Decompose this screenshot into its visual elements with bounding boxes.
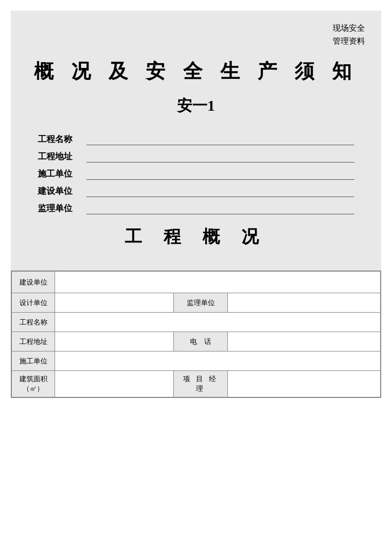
overview-table: 建设单位 设计单位 监理单位 工程名称 工程地址 [11, 271, 381, 397]
cell-value-jianshe [55, 272, 381, 293]
field-line-3[interactable] [86, 167, 354, 180]
section-title: 工 程 概 况 [27, 225, 365, 254]
field-row-3: 施工单位 [38, 167, 354, 180]
cell-value-shigong [55, 352, 381, 371]
field-row-5: 监理单位 [38, 201, 354, 214]
cell-value-dizhi [55, 332, 174, 352]
cell-label-dizhi: 工程地址 [12, 332, 55, 352]
top-section: 现场安全 管理资料 概 况 及 安 全 生 产 须 知 安一1 工程名称 工程地… [11, 11, 381, 271]
cell-label-phone: 电 话 [174, 332, 228, 352]
form-fields: 工程名称 工程地址 施工单位 建设单位 监理单位 [27, 132, 365, 214]
field-line-4[interactable] [86, 184, 354, 197]
field-line-1[interactable] [86, 132, 354, 145]
field-label-2: 工程地址 [38, 151, 81, 163]
cell-value-manager [228, 371, 381, 397]
field-label-5: 监理单位 [38, 203, 81, 214]
cell-label-jianli: 监理单位 [174, 293, 228, 313]
bottom-section: 建设单位 设计单位 监理单位 工程名称 工程地址 [11, 271, 381, 398]
cell-label-jianshe: 建设单位 [12, 272, 55, 293]
cell-value-jianli [228, 293, 381, 313]
table-row: 工程名称 [12, 313, 381, 332]
table-row: 施工单位 [12, 352, 381, 371]
cell-value-area [55, 371, 174, 397]
field-row-1: 工程名称 [38, 132, 354, 145]
cell-label-area: 建筑面积（㎡） [12, 371, 55, 397]
field-line-5[interactable] [86, 201, 354, 214]
field-line-2[interactable] [86, 150, 354, 163]
page: 现场安全 管理资料 概 况 及 安 全 生 产 须 知 安一1 工程名称 工程地… [0, 0, 392, 554]
main-title: 概 况 及 安 全 生 产 须 知 [27, 58, 365, 85]
top-right-line1: 现场安全 [27, 22, 365, 35]
field-row-2: 工程地址 [38, 150, 354, 163]
cell-label-sheji: 设计单位 [12, 293, 55, 313]
table-row: 建设单位 [12, 272, 381, 293]
cell-label-manager: 项 目 经 理 [174, 371, 228, 397]
field-label-3: 施工单位 [38, 168, 81, 180]
field-label-4: 建设单位 [38, 186, 81, 197]
top-right-label: 现场安全 管理资料 [27, 22, 365, 48]
cell-value-sheji [55, 293, 174, 313]
cell-label-shigong: 施工单位 [12, 352, 55, 371]
cell-value-phone [228, 332, 381, 352]
sub-title: 安一1 [27, 96, 365, 116]
field-row-4: 建设单位 [38, 184, 354, 197]
cell-value-gongcheng [55, 313, 381, 332]
top-right-line2: 管理资料 [27, 35, 365, 48]
table-row: 设计单位 监理单位 [12, 293, 381, 313]
table-row: 建筑面积（㎡） 项 目 经 理 [12, 371, 381, 397]
field-label-1: 工程名称 [38, 134, 81, 145]
cell-label-gongcheng: 工程名称 [12, 313, 55, 332]
table-row: 工程地址 电 话 [12, 332, 381, 352]
